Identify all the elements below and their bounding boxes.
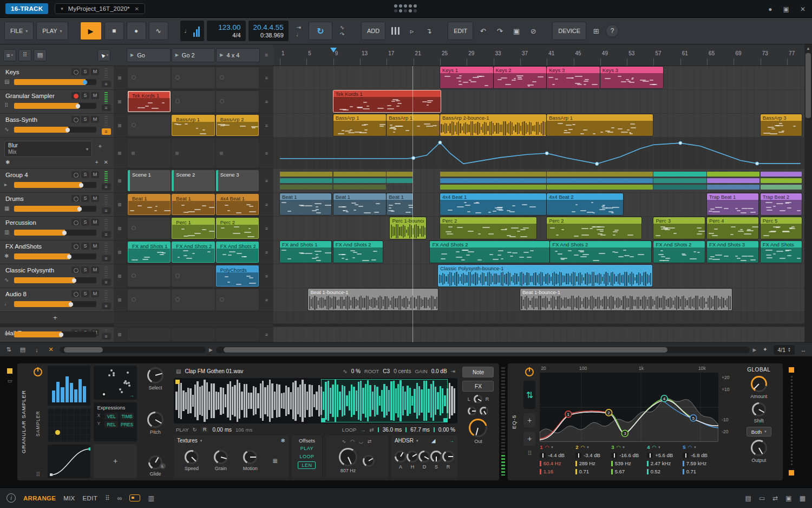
close-tab-icon[interactable]: ✕ [135,6,139,12]
launcher-clip-fx-and-shots-2[interactable]: FX And Shots 2 [172,242,214,263]
clip-lane-menu-button[interactable]: ≡ [260,327,273,342]
clip-stop-button[interactable] [114,114,127,137]
scene-play-icon[interactable]: ▶ [130,53,134,57]
arranger-clip-beat-1[interactable]: Beat 1 [333,193,387,215]
track-header-fx-andshots[interactable]: FX AndShotsSM✱≡ [0,240,114,264]
help-icon[interactable]: ? [606,24,619,37]
eq-gain-value[interactable]: -4.4 dB [540,451,575,459]
fader-handle[interactable] [66,128,70,132]
track-menu-button[interactable]: ≡ [102,128,111,135]
eq-freq-value[interactable]: 60.4 Hz [540,459,575,467]
arranger-clip-fx-and-shots-2[interactable]: FX And Shots 2 [430,241,549,263]
track-menu-button[interactable]: ≡ [102,184,111,190]
launcher-clip-4x4-beat-1[interactable]: 4x4 Beat 1 [216,194,259,215]
arranger-clip-perc-1-bounce-1[interactable]: Perc 1-bounce-1 [390,217,426,239]
fader-handle[interactable] [72,278,76,283]
clip-stop-button[interactable] [114,288,127,311]
solo-button[interactable]: S [81,195,89,202]
fader-handle[interactable] [77,207,82,211]
arranger-clip-perc-2[interactable]: Perc 2 [440,217,536,239]
drag-handle-icon[interactable]: ⠿ [36,471,40,478]
launcher-clip-beat-1[interactable]: Beat 1 [172,194,214,215]
play-button[interactable]: ▶ [80,22,102,40]
arranger-clip-classic-polysynth-bounce-1[interactable]: Classic Polysynth-bounce-1 [438,265,652,286]
add-modulator-button[interactable]: + [94,444,137,478]
arm-button[interactable] [71,171,80,178]
launcher-h-scrollbar[interactable] [60,347,206,353]
amount-knob[interactable] [751,376,767,392]
eq-band-selector-5[interactable]: 5◠▾ [683,443,718,451]
follow-toggles[interactable]: ∿↷ [335,22,349,40]
eq-gain-value[interactable]: -6.8 dB [683,451,718,459]
eq-q-value[interactable]: 1.16 [540,467,575,476]
clip-stop-button[interactable] [114,327,127,342]
arranger-h-scrollbar[interactable] [216,347,750,353]
pitch-knob[interactable] [147,412,163,428]
scroll-right-icon[interactable]: ▶ [753,347,757,353]
curve-display[interactable] [48,445,91,478]
release-knob[interactable] [442,451,454,463]
volume-fader[interactable] [14,301,96,307]
maximize-icon[interactable]: ▣ [783,5,789,13]
scene-button-4-x-4[interactable]: ▶4 x 4 [216,48,260,62]
lane-mode-button[interactable]: ▤ [34,49,47,61]
arranger-clip-bassarp-2-bounce-1[interactable]: BassArp 2-bounce-1 [440,114,546,136]
solo-button[interactable]: S [81,171,89,178]
file-panel-icon[interactable]: ▭ [759,494,765,502]
arranger-clip-perc-4[interactable]: Perc 4 [707,217,758,239]
vertical-scrollbar[interactable]: ▲ [804,44,812,342]
track-menu-button[interactable]: ≡ [102,279,111,285]
volume-fader[interactable] [14,127,96,133]
track-header-drums[interactable]: DrumsSM▦≡ [0,193,114,217]
clip-lane-menu-button[interactable]: ≡ [260,193,273,216]
grid-resolution-select[interactable]: 4/1 ▲▼ [774,345,795,355]
empty-clip-slot[interactable] [128,289,171,310]
arranger-clip-keys-2[interactable]: Keys 2 [494,67,547,88]
track-header-granular-sampler[interactable]: Granular SamplerSM⠿≡ [0,90,114,114]
clip-lane-menu-button[interactable]: ≡ [260,114,273,137]
filter-notch-icon[interactable]: ⇄ [368,439,372,444]
fader-handle[interactable] [76,104,80,108]
scrollbar-thumb[interactable] [806,53,811,118]
arm-button[interactable] [71,195,80,202]
launcher-clip-fx-and-shots-1[interactable]: FX and Shots 1 [128,242,171,263]
track-menu-button[interactable]: ≡ [102,207,111,214]
solo-button[interactable]: S [81,219,89,226]
clip-lane-menu-button[interactable]: ≡ [260,217,273,240]
arranger-clip-bassarp-3[interactable]: BassArp 3 [761,114,802,136]
arranger-clip-4x4-beat-2[interactable]: 4x4 Beat 2 [547,193,623,215]
add-modulator-button[interactable]: + [523,432,535,446]
eq-gain-value[interactable]: -3.4 dB [575,451,611,459]
scene-button-go-2[interactable]: ▶Go 2 [172,48,215,62]
metronome-panel[interactable]: ♩ [180,21,204,41]
solo-button[interactable]: S [81,266,89,273]
duplicate-icon[interactable]: ▣ [509,22,523,40]
eq-band-selector-1[interactable]: 1◠▾ [540,443,575,451]
mute-button[interactable]: M [91,195,99,202]
add-track-button[interactable]: + [0,312,114,324]
eq-band-selector-2[interactable]: 2◠▾ [575,443,611,451]
clip-stop-button[interactable] [114,240,127,264]
arranger-clip-perc-5[interactable]: Perc 5 [761,217,802,239]
scene-play-icon[interactable]: ▶ [175,53,179,57]
crossfade-value[interactable]: 0.00 % [438,427,455,433]
close-crossfade-icon[interactable]: ✕ [45,345,56,355]
reverse-button[interactable]: R [201,427,209,432]
eq-mode-select[interactable]: Both▾ [746,427,771,437]
arranger-clip-fx-and-shots[interactable]: FX And Shots [761,241,802,263]
launcher-clip-perc-1[interactable]: Perc 1 [172,218,214,239]
volume-fader[interactable] [14,182,96,188]
mute-button[interactable]: M [91,219,99,226]
drag-handle-icon[interactable]: ⠿ [527,450,532,457]
track-menu-button[interactable]: ≡ [102,255,111,262]
plugin-window-icon[interactable]: ⊞ [589,22,603,40]
arranger-lane-auto[interactable] [273,138,804,169]
arm-button[interactable] [71,290,80,297]
info-icon[interactable]: i [6,493,16,503]
fader-handle[interactable] [69,302,73,307]
launcher-clip-perc-2[interactable]: Perc 2 [216,218,259,239]
mix-knob[interactable] [480,407,488,415]
stop-button[interactable]: ■ [104,22,124,40]
arm-button[interactable] [71,266,80,273]
empty-clip-slot[interactable] [216,289,259,310]
